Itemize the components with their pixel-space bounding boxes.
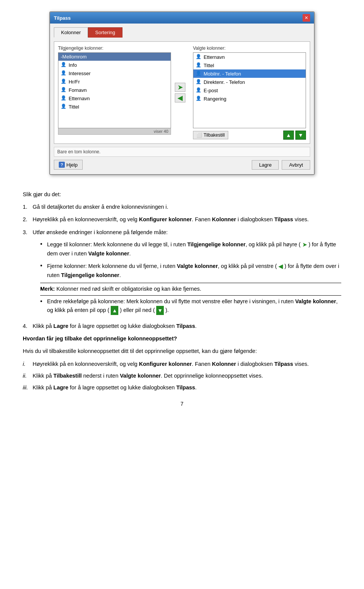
reset-icon: ⬜	[196, 132, 202, 138]
item-label: Interesser	[69, 71, 91, 76]
text-part: Endre rekkefølge på kolonnene: Merk kolo…	[47, 298, 295, 304]
arrow-left-icon: ◀	[177, 94, 183, 102]
step-text: Gå til detaljkortet du ønsker å endre ko…	[33, 203, 341, 211]
text-part: Klikk på	[33, 373, 53, 379]
tab-kolonner[interactable]: Kolonner	[54, 27, 88, 38]
tab-sortering[interactable]: Sortering	[88, 27, 122, 38]
help-button[interactable]: ? Hjelp	[54, 160, 83, 170]
bold-text: Tilgjengelige kolonner	[187, 241, 246, 247]
step-text: Klikk på Lagre for å lagre oppsettet og …	[33, 322, 341, 331]
bold-text: Kolonner	[212, 361, 236, 367]
q1-intro: Hvis du vil tilbakestille kolonneoppsett…	[23, 347, 341, 356]
bold-text: Lagre	[53, 384, 69, 391]
reset-button[interactable]: ⬜ Tilbakestill	[193, 131, 228, 139]
note-item: Merk: Kolonner med rød skrift er obligat…	[40, 283, 341, 295]
dialog-title: Tilpass	[54, 15, 71, 21]
list-item[interactable]: 👤 Fornavn	[58, 86, 171, 94]
footer-right: Lagre Avbryt	[252, 160, 310, 170]
list-item[interactable]: 👤 Rangering	[193, 94, 306, 103]
item-label: Tittel	[204, 63, 214, 68]
arrow-down-icon: ▼	[298, 132, 303, 138]
middle-arrows: ➤ ◀	[171, 46, 189, 140]
text-part: . Fanen	[192, 216, 212, 222]
item-label: E-post	[204, 88, 218, 93]
li-label: ii.	[23, 372, 30, 380]
list-item[interactable]: 👤 Tittel	[193, 61, 306, 69]
list-item[interactable]: 👤 E-post	[193, 86, 306, 94]
arrow-up-icon: ▲	[286, 132, 291, 138]
dialog-body: Kolonner Sortering Tilgjengelige kolonne…	[50, 24, 314, 174]
up-down-buttons: ▲ ▼	[283, 131, 306, 140]
step-num: 3.	[23, 228, 30, 318]
close-button[interactable]: ✕	[303, 14, 310, 22]
bullet-item-1: Legge til kolonner: Merk kolonnene du vi…	[40, 240, 341, 258]
left-panel-label: Tilgjengelige kolonner:	[58, 46, 171, 51]
bullet-list: Legge til kolonner: Merk kolonnene du vi…	[40, 240, 341, 315]
text-part: Kolonner med rød skrift er obligatoriske…	[55, 286, 201, 292]
li-label: i.	[23, 360, 30, 369]
selected-columns-list[interactable]: 👤 Etternavn 👤 Tittel 👤 Mobilnr. - Telefo…	[193, 52, 306, 128]
bold-text: Valgte kolonner	[177, 263, 218, 269]
bullet-item-2: Fjerne kolonner: Merk kolonnene du vil f…	[40, 261, 341, 280]
move-down-button[interactable]: ▼	[295, 131, 306, 140]
bold-text: Tilpass	[176, 323, 195, 329]
question-1: Hvordan får jeg tilbake det opprinnelige…	[23, 334, 341, 343]
text-part: Høyreklikk på en kolonneoverskrift, og v…	[33, 361, 139, 367]
item-label: -Mellomrom	[61, 54, 87, 60]
move-up-button[interactable]: ▲	[283, 131, 294, 140]
list-item[interactable]: 👤 Interesser	[58, 69, 171, 77]
text-part: Fjerne kolonner: Merk kolonnene du vil f…	[47, 263, 177, 269]
bold-text: Merk:	[40, 286, 55, 292]
arrow-right-icon: ➤	[177, 83, 183, 91]
person-icon: 👤	[196, 54, 202, 60]
bullet-item-3: Endre rekkefølge på kolonnene: Merk kolo…	[40, 297, 341, 315]
person-icon: 👤	[196, 62, 202, 68]
tabs-row: Kolonner Sortering	[54, 27, 310, 38]
sub-step-ii: ii. Klikk på Tilbakestill nederst i rute…	[23, 372, 341, 380]
list-item[interactable]: 👤 Etternavn	[193, 53, 306, 61]
move-left-button[interactable]: ◀	[175, 93, 185, 102]
bottom-actions: ⬜ Tilbakestill ▲ ▼	[193, 131, 306, 140]
list-item-selected[interactable]: 👤 Mobilnr. - Telefon	[193, 69, 306, 78]
step-2: 2. Høyreklikk på en kolonneoverskrift, o…	[23, 215, 341, 224]
move-right-button[interactable]: ➤	[175, 83, 185, 92]
help-label: Hjelp	[66, 162, 78, 168]
bold-text: Tilpass	[176, 384, 195, 391]
reset-label: Tilbakestill	[204, 132, 225, 138]
bold-text: Kolonner	[212, 216, 236, 222]
text-part: ) eller pil ned (	[120, 307, 155, 313]
dialog-titlebar: Tilpass ✕	[50, 12, 314, 24]
list-item[interactable]: 👤 Direktenr. - Telefon	[193, 78, 306, 86]
cancel-button[interactable]: Avbryt	[282, 160, 310, 170]
step-text: Høyreklikk på en kolonneoverskrift, og v…	[33, 215, 341, 224]
available-columns-list[interactable]: -Mellomrom 👤 Info 👤 Interesser 👤 Hr/Fr	[58, 52, 171, 128]
list-item[interactable]: 👤 Info	[58, 61, 171, 69]
bold-text: Valgte kolonner	[120, 373, 161, 379]
sub-step-iii: iii. Klikk på Lagre for å lagre oppsette…	[23, 383, 341, 392]
text-part: ).	[165, 307, 169, 313]
list-item[interactable]: 👤 Hr/Fr	[58, 77, 171, 86]
text-part: for å lagre oppsettet og lukke dialogbok…	[68, 323, 176, 329]
bold-text: Konfigurer kolonner	[139, 216, 191, 222]
li-content: Klikk på Tilbakestill nederst i ruten Va…	[33, 372, 263, 380]
dialog-footer: ? Hjelp Lagre Avbryt	[54, 157, 310, 170]
step-1: 1. Gå til detaljkortet du ønsker å endre…	[23, 203, 341, 211]
li-label: iii.	[23, 383, 30, 392]
text-part: Klikk på	[33, 323, 53, 329]
list-item[interactable]: 👤 Tittel	[58, 102, 171, 111]
bold-text: Valgte kolonner	[295, 298, 336, 304]
main-content: Slik gjør du det: 1. Gå til detaljkortet…	[0, 186, 364, 424]
columns-panel: Tilgjengelige kolonner: -Mellomrom 👤 Inf…	[54, 41, 310, 144]
text-part: for å lagre oppsettet og lukke dialogbok…	[68, 384, 176, 391]
dialog-screenshot: Tilpass ✕ Kolonner Sortering Tilgjengeli…	[49, 11, 315, 175]
list-item[interactable]: -Mellomrom	[58, 53, 171, 61]
person-icon: 👤	[196, 71, 202, 77]
arrow-down-icon: ▼	[156, 306, 164, 315]
arrow-left-icon: ◀	[278, 261, 283, 271]
help-icon: ?	[59, 162, 65, 168]
item-label: Rangering	[204, 96, 226, 102]
list-item[interactable]: 👤 Etternavn	[58, 94, 171, 102]
item-label: Fornavn	[69, 87, 87, 93]
save-button[interactable]: Lagre	[252, 160, 279, 170]
item-label: Etternavn	[204, 54, 225, 60]
